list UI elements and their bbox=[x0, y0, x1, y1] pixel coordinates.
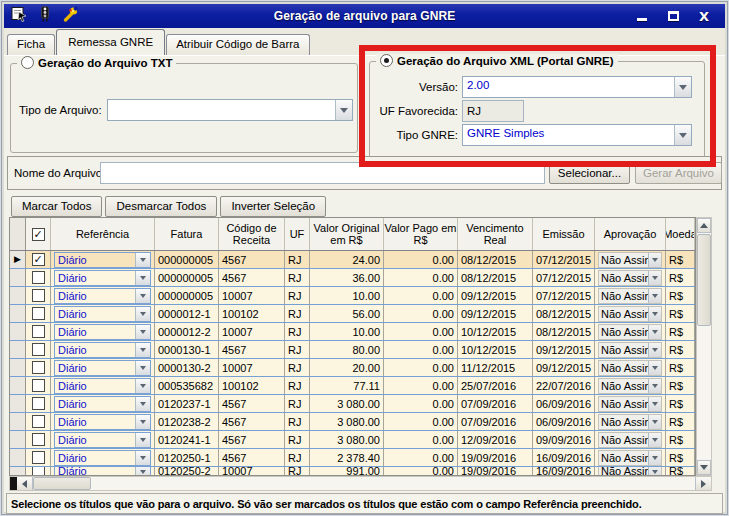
cell-pago[interactable]: 0.00 bbox=[384, 395, 458, 412]
cell-emissao[interactable]: 07/12/2015 bbox=[533, 269, 595, 286]
cell-pago[interactable]: 0.00 bbox=[384, 449, 458, 466]
cell-valor[interactable]: 3 080.00 bbox=[310, 431, 384, 448]
cell-checkbox[interactable] bbox=[26, 305, 51, 322]
cell-pago[interactable]: 0.00 bbox=[384, 269, 458, 286]
cell-moeda[interactable]: R$ bbox=[666, 395, 695, 412]
cell-vencimento[interactable]: 19/09/2016 bbox=[458, 449, 533, 466]
cell-uf[interactable]: RJ bbox=[285, 359, 310, 376]
chevron-down-icon[interactable] bbox=[135, 467, 150, 475]
cell-referencia[interactable]: Diário bbox=[51, 449, 155, 466]
row-indicator[interactable] bbox=[10, 305, 26, 322]
generate-file-button[interactable]: Gerar Arquivo bbox=[635, 162, 722, 184]
cell-valor[interactable]: 20.00 bbox=[310, 359, 384, 376]
chevron-down-icon[interactable] bbox=[648, 343, 661, 357]
chevron-down-icon[interactable] bbox=[135, 397, 150, 411]
chevron-down-icon[interactable] bbox=[135, 379, 150, 393]
aprovacao-combo[interactable]: Não Assinado bbox=[598, 378, 662, 394]
referencia-combo[interactable]: Diário bbox=[54, 252, 151, 268]
row-checkbox[interactable] bbox=[32, 361, 45, 374]
cell-fatura[interactable]: 0000012-1 bbox=[155, 305, 219, 322]
cell-valor[interactable]: 36.00 bbox=[310, 269, 384, 286]
chevron-down-icon[interactable] bbox=[648, 325, 661, 339]
tipo-arquivo-combo[interactable] bbox=[107, 99, 353, 121]
chevron-down-icon[interactable] bbox=[135, 451, 150, 465]
cell-emissao[interactable]: 09/12/2015 bbox=[533, 359, 595, 376]
row-indicator[interactable] bbox=[10, 449, 26, 466]
chevron-down-icon[interactable] bbox=[648, 271, 661, 285]
chevron-down-icon[interactable] bbox=[648, 289, 661, 303]
column-header-vencimento[interactable]: Vencimento Real bbox=[458, 218, 533, 250]
chevron-down-icon[interactable] bbox=[648, 379, 661, 393]
cell-pago[interactable]: 0.00 bbox=[384, 323, 458, 340]
cell-aprovacao[interactable]: Não Assinado bbox=[595, 413, 666, 430]
row-checkbox[interactable] bbox=[32, 451, 45, 464]
cell-checkbox[interactable] bbox=[26, 323, 51, 340]
cell-checkbox[interactable] bbox=[26, 377, 51, 394]
cell-pago[interactable]: 0.00 bbox=[384, 251, 458, 268]
horizontal-scroll-track[interactable] bbox=[91, 477, 695, 490]
chevron-down-icon[interactable] bbox=[135, 271, 150, 285]
row-indicator[interactable] bbox=[10, 413, 26, 430]
file-name-input[interactable] bbox=[100, 162, 545, 184]
row-indicator[interactable] bbox=[10, 467, 26, 475]
chevron-down-icon[interactable] bbox=[135, 343, 150, 357]
cell-aprovacao[interactable]: Não Assinado bbox=[595, 251, 666, 268]
cell-moeda[interactable]: R$ bbox=[666, 377, 695, 394]
cell-referencia[interactable]: Diário bbox=[51, 305, 155, 322]
cell-codigo[interactable]: 10007 bbox=[219, 287, 285, 304]
column-header-codigo[interactable]: Código de Receita bbox=[219, 218, 285, 250]
cell-checkbox[interactable] bbox=[26, 395, 51, 412]
cell-moeda[interactable]: R$ bbox=[666, 251, 695, 268]
vertical-scroll-thumb[interactable] bbox=[697, 234, 711, 326]
scroll-right-icon[interactable] bbox=[695, 477, 711, 490]
column-header-fatura[interactable]: Fatura bbox=[155, 218, 219, 250]
referencia-combo[interactable]: Diário bbox=[54, 467, 151, 475]
cell-vencimento[interactable]: 07/09/2016 bbox=[458, 413, 533, 430]
row-indicator[interactable] bbox=[10, 377, 26, 394]
wrench-icon[interactable] bbox=[62, 6, 79, 26]
referencia-combo[interactable]: Diário bbox=[54, 288, 151, 304]
chevron-down-icon[interactable] bbox=[648, 415, 661, 429]
cell-valor[interactable]: 991.00 bbox=[310, 467, 384, 475]
xml-radio[interactable] bbox=[380, 54, 393, 67]
cell-codigo[interactable]: 100102 bbox=[219, 377, 285, 394]
cell-vencimento[interactable]: 10/12/2015 bbox=[458, 341, 533, 358]
cell-pago[interactable]: 0.00 bbox=[384, 413, 458, 430]
aprovacao-combo[interactable]: Não Assinado bbox=[598, 360, 662, 376]
row-indicator[interactable] bbox=[10, 323, 26, 340]
cell-valor[interactable]: 2 378.40 bbox=[310, 449, 384, 466]
row-checkbox[interactable] bbox=[32, 271, 45, 284]
cell-codigo[interactable]: 100102 bbox=[219, 305, 285, 322]
cell-referencia[interactable]: Diário bbox=[51, 377, 155, 394]
cell-codigo[interactable]: 10007 bbox=[219, 467, 285, 475]
cell-valor[interactable]: 24.00 bbox=[310, 251, 384, 268]
referencia-combo[interactable]: Diário bbox=[54, 450, 151, 466]
row-checkbox[interactable] bbox=[32, 325, 45, 338]
aprovacao-combo[interactable]: Não Assinado bbox=[598, 288, 662, 304]
chevron-down-icon[interactable] bbox=[135, 289, 150, 303]
aprovacao-combo[interactable]: Não Assinado bbox=[598, 252, 662, 268]
aprovacao-combo[interactable]: Não Assinado bbox=[598, 306, 662, 322]
cell-vencimento[interactable]: 08/12/2015 bbox=[458, 269, 533, 286]
cell-codigo[interactable]: 10007 bbox=[219, 359, 285, 376]
cell-fatura[interactable]: 000000005 bbox=[155, 269, 219, 286]
chevron-down-icon[interactable] bbox=[135, 415, 150, 429]
cell-aprovacao[interactable]: Não Assinado bbox=[595, 359, 666, 376]
chevron-down-icon[interactable] bbox=[135, 253, 150, 267]
chevron-down-icon[interactable] bbox=[648, 397, 661, 411]
cell-referencia[interactable]: Diário bbox=[51, 269, 155, 286]
chevron-down-icon[interactable] bbox=[674, 77, 691, 97]
cell-emissao[interactable]: 08/12/2015 bbox=[533, 323, 595, 340]
form-icon[interactable] bbox=[11, 6, 28, 26]
chevron-down-icon[interactable] bbox=[648, 467, 661, 475]
cell-codigo[interactable]: 4567 bbox=[219, 341, 285, 358]
cell-fatura[interactable]: 0120238-2 bbox=[155, 413, 219, 430]
cell-referencia[interactable]: Diário bbox=[51, 395, 155, 412]
cell-codigo[interactable]: 4567 bbox=[219, 269, 285, 286]
referencia-combo[interactable]: Diário bbox=[54, 396, 151, 412]
cell-uf[interactable]: RJ bbox=[285, 305, 310, 322]
cell-moeda[interactable]: R$ bbox=[666, 341, 695, 358]
cell-emissao[interactable]: 06/09/2016 bbox=[533, 395, 595, 412]
cell-valor[interactable]: 80.00 bbox=[310, 341, 384, 358]
referencia-combo[interactable]: Diário bbox=[54, 360, 151, 376]
